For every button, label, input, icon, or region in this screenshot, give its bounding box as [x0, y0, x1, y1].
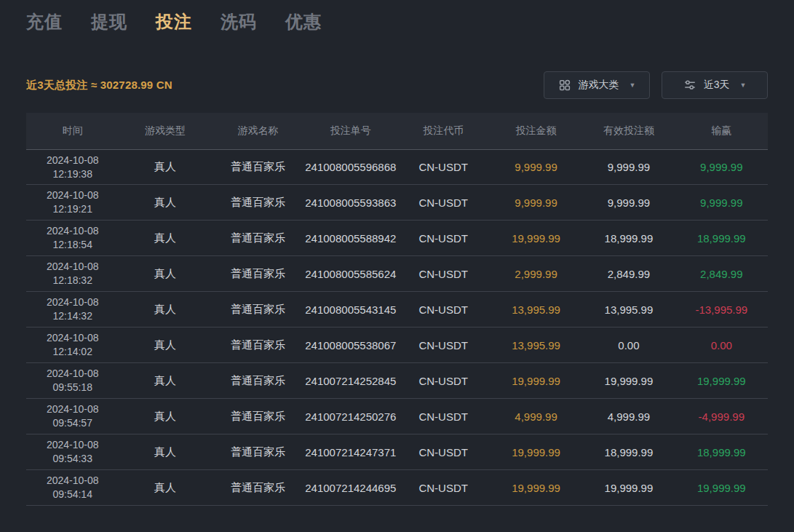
- cell-time: 2024-10-08 09:55:18: [26, 367, 119, 394]
- cell-win-loss: -13,995.99: [675, 303, 768, 316]
- cell-order-no: 241007214250276: [304, 410, 397, 423]
- cell-valid-bet: 19,999.99: [582, 482, 675, 494]
- cell-game-name: 普通百家乐: [212, 445, 304, 459]
- cell-valid-bet: 13,995.99: [582, 303, 675, 316]
- cell-game-name: 普通百家乐: [212, 374, 304, 388]
- header-game-type: 游戏类型: [119, 124, 211, 138]
- cell-win-loss: 9,999.99: [675, 196, 768, 209]
- cell-bet-amount: 9,999.99: [490, 161, 582, 173]
- header-valid-bet: 有效投注额: [582, 124, 675, 138]
- cell-token: CN-USDT: [397, 232, 490, 245]
- cell-game-name: 普通百家乐: [212, 338, 304, 352]
- cell-bet-amount: 19,999.99: [490, 375, 582, 387]
- table-row: 2024-10-08 12:19:38 真人 普通百家乐 24100800559…: [26, 149, 768, 185]
- cell-time: 2024-10-08 09:54:33: [26, 438, 119, 466]
- tab-rebate[interactable]: 洗码: [221, 9, 257, 35]
- cell-time: 2024-10-08 12:14:32: [26, 295, 119, 323]
- cell-game-type: 真人: [119, 196, 211, 210]
- cell-order-no: 241008005538067: [304, 339, 397, 352]
- cell-order-no: 241007214247371: [304, 446, 397, 458]
- cell-game-name: 普通百家乐: [212, 196, 304, 210]
- table-header-row: 时间 游戏类型 游戏名称 投注单号 投注代币 投注金额 有效投注额 输赢: [26, 113, 768, 149]
- cell-game-name: 普通百家乐: [212, 231, 304, 245]
- filters: 游戏大类 ▼ 近3天 ▼: [544, 71, 768, 99]
- cell-time: 2024-10-08 09:54:57: [26, 402, 119, 430]
- cell-win-loss: 19,999.99: [675, 375, 768, 387]
- cell-valid-bet: 4,999.99: [582, 410, 675, 423]
- cell-valid-bet: 19,999.99: [582, 375, 675, 387]
- cell-win-loss: 2,849.99: [675, 268, 768, 280]
- cell-token: CN-USDT: [397, 303, 490, 316]
- table-row: 2024-10-08 12:14:32 真人 普通百家乐 24100800554…: [26, 292, 768, 327]
- cell-bet-amount: 19,999.99: [490, 232, 582, 245]
- bets-table: 时间 游戏类型 游戏名称 投注单号 投注代币 投注金额 有效投注额 输赢 202…: [26, 113, 768, 506]
- cell-valid-bet: 9,999.99: [582, 161, 675, 173]
- cell-game-type: 真人: [119, 267, 211, 281]
- cell-bet-amount: 13,995.99: [490, 303, 582, 316]
- cell-time: 2024-10-08 12:18:32: [26, 260, 119, 287]
- cell-bet-amount: 9,999.99: [490, 196, 582, 209]
- cell-win-loss: 19,999.99: [675, 482, 768, 494]
- cell-game-type: 真人: [119, 231, 211, 245]
- game-category-dropdown[interactable]: 游戏大类 ▼: [544, 71, 650, 99]
- table-row: 2024-10-08 09:54:14 真人 普通百家乐 24100721424…: [26, 470, 768, 506]
- cell-game-name: 普通百家乐: [212, 267, 304, 281]
- header-time: 时间: [26, 124, 119, 138]
- table-row: 2024-10-08 09:55:18 真人 普通百家乐 24100721425…: [26, 363, 768, 399]
- cell-time: 2024-10-08 12:14:02: [26, 331, 119, 359]
- cell-token: CN-USDT: [397, 268, 490, 280]
- toolbar: 近3天总投注 ≈ 302728.99 CN 游戏大类 ▼: [26, 71, 768, 99]
- table-row: 2024-10-08 12:18:32 真人 普通百家乐 24100800558…: [26, 256, 768, 292]
- cell-order-no: 241008005585624: [304, 268, 397, 280]
- cell-game-name: 普通百家乐: [212, 481, 304, 495]
- cell-game-type: 真人: [119, 303, 211, 317]
- cell-win-loss: 18,999.99: [675, 446, 768, 458]
- total-bets-summary: 近3天总投注 ≈ 302728.99 CN: [26, 79, 172, 92]
- cell-token: CN-USDT: [397, 161, 490, 173]
- table-row: 2024-10-08 12:14:02 真人 普通百家乐 24100800553…: [26, 327, 768, 363]
- chevron-down-icon: ▼: [630, 82, 636, 89]
- cell-bet-amount: 13,995.99: [490, 339, 582, 352]
- date-range-label: 近3天: [704, 79, 730, 92]
- header-order-no: 投注单号: [304, 124, 397, 138]
- cell-game-type: 真人: [119, 338, 211, 352]
- cell-bet-amount: 2,999.99: [490, 268, 582, 280]
- cell-win-loss: 0.00: [675, 339, 768, 352]
- cell-game-type: 真人: [119, 410, 211, 424]
- tab-bets[interactable]: 投注: [156, 9, 192, 35]
- top-nav: 充值 提现 投注 洗码 优惠: [26, 0, 768, 35]
- date-range-dropdown[interactable]: 近3天 ▼: [662, 71, 768, 99]
- cell-valid-bet: 0.00: [582, 339, 675, 352]
- betting-records-page: 充值 提现 投注 洗码 优惠 近3天总投注 ≈ 302728.99 CN 游戏大…: [0, 0, 794, 506]
- cell-game-name: 普通百家乐: [212, 303, 304, 317]
- cell-win-loss: -4,999.99: [675, 410, 768, 423]
- cell-token: CN-USDT: [397, 482, 490, 494]
- cell-game-name: 普通百家乐: [212, 410, 304, 424]
- cell-bet-amount: 4,999.99: [490, 410, 582, 423]
- tab-promos[interactable]: 优惠: [285, 9, 322, 35]
- cell-token: CN-USDT: [397, 446, 490, 458]
- header-token: 投注代币: [397, 124, 490, 138]
- cell-valid-bet: 18,999.99: [582, 446, 675, 458]
- table-row: 2024-10-08 12:18:54 真人 普通百家乐 24100800558…: [26, 221, 768, 256]
- cell-token: CN-USDT: [397, 375, 490, 387]
- cell-time: 2024-10-08 12:19:21: [26, 188, 119, 216]
- cell-order-no: 241007214244695: [304, 482, 397, 494]
- cell-bet-amount: 19,999.99: [490, 446, 582, 458]
- cell-token: CN-USDT: [397, 410, 490, 423]
- cell-valid-bet: 2,849.99: [582, 268, 675, 280]
- table-row: 2024-10-08 09:54:33 真人 普通百家乐 24100721424…: [26, 434, 768, 470]
- tab-deposit[interactable]: 充值: [26, 9, 63, 35]
- tab-withdraw[interactable]: 提现: [91, 9, 127, 35]
- cell-game-name: 普通百家乐: [212, 160, 304, 174]
- cell-valid-bet: 18,999.99: [582, 232, 675, 245]
- cell-order-no: 241008005593863: [304, 196, 397, 209]
- cell-time: 2024-10-08 12:18:54: [26, 224, 119, 252]
- game-category-label: 游戏大类: [579, 79, 619, 92]
- header-game-name: 游戏名称: [212, 124, 304, 138]
- header-bet-amount: 投注金额: [490, 124, 582, 138]
- table-row: 2024-10-08 09:54:57 真人 普通百家乐 24100721425…: [26, 399, 768, 434]
- cell-win-loss: 18,999.99: [675, 232, 768, 245]
- cell-order-no: 241008005588942: [304, 232, 397, 245]
- table-row: 2024-10-08 12:19:21 真人 普通百家乐 24100800559…: [26, 185, 768, 221]
